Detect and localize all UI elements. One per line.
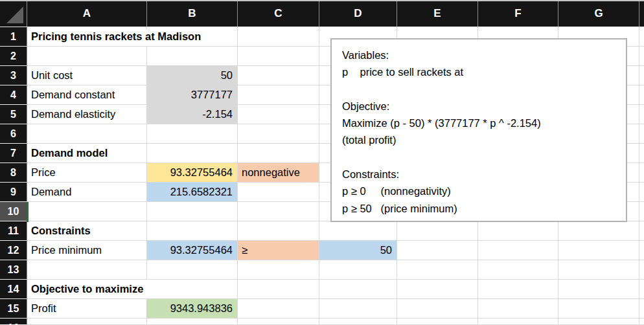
row-header-5[interactable]: 5 — [0, 105, 27, 124]
empty-cell[interactable] — [319, 319, 397, 325]
empty-cell[interactable] — [639, 66, 644, 85]
empty-cell[interactable] — [397, 299, 478, 319]
row-header-15[interactable]: 15 — [0, 299, 27, 319]
cell-b15[interactable]: 9343.943836 — [147, 299, 238, 319]
empty-cell[interactable] — [147, 202, 238, 221]
empty-cell[interactable] — [27, 260, 147, 280]
row-header-11[interactable]: 11 — [0, 221, 27, 241]
empty-cell[interactable] — [27, 319, 147, 325]
empty-cell[interactable] — [639, 299, 644, 319]
empty-cell[interactable] — [639, 202, 644, 221]
empty-cell[interactable] — [27, 124, 147, 144]
empty-cell[interactable] — [238, 85, 319, 105]
empty-cell[interactable] — [147, 47, 238, 66]
empty-cell[interactable] — [558, 221, 639, 241]
row-header-14[interactable]: 14 — [0, 280, 27, 299]
empty-cell[interactable] — [558, 319, 639, 325]
empty-cell[interactable] — [147, 319, 238, 325]
empty-cell[interactable] — [639, 163, 644, 183]
empty-cell[interactable] — [147, 124, 238, 144]
cell-b9[interactable]: 215.6582321 — [147, 183, 238, 202]
empty-cell[interactable] — [238, 105, 319, 124]
empty-cell[interactable] — [639, 85, 644, 105]
cell-b3[interactable]: 50 — [147, 66, 238, 85]
row-header-6[interactable]: 6 — [0, 124, 27, 144]
empty-cell[interactable] — [639, 260, 644, 280]
cell-a7[interactable]: Demand model — [27, 144, 147, 163]
row-header-8[interactable]: 8 — [0, 163, 27, 183]
cell-c12[interactable]: ≥ — [238, 241, 319, 260]
empty-cell[interactable] — [478, 280, 558, 299]
empty-cell[interactable] — [639, 47, 644, 66]
empty-cell[interactable] — [147, 144, 238, 163]
empty-cell[interactable] — [238, 124, 319, 144]
cell-c8[interactable]: nonnegative — [238, 163, 319, 183]
empty-cell[interactable] — [238, 66, 319, 85]
empty-cell[interactable] — [639, 221, 644, 241]
empty-cell[interactable] — [639, 183, 644, 202]
empty-cell[interactable] — [478, 221, 558, 241]
empty-cell[interactable] — [238, 299, 319, 319]
empty-cell[interactable] — [639, 124, 644, 144]
row-header-13[interactable]: 13 — [0, 260, 27, 280]
empty-cell[interactable] — [147, 221, 238, 241]
empty-cell[interactable] — [238, 221, 319, 241]
cell-b5[interactable]: -2.154 — [147, 105, 238, 124]
row-header-9[interactable]: 9 — [0, 183, 27, 202]
col-header-e[interactable]: E — [397, 0, 478, 27]
cell-a15[interactable]: Profit — [27, 299, 147, 319]
empty-cell[interactable] — [319, 280, 397, 299]
row-header-3[interactable]: 3 — [0, 66, 27, 85]
empty-cell[interactable] — [238, 202, 319, 221]
select-all-corner[interactable] — [0, 0, 27, 27]
cell-a12[interactable]: Price minimum — [27, 241, 147, 260]
empty-cell[interactable] — [558, 260, 639, 280]
empty-cell[interactable] — [558, 241, 639, 260]
empty-cell[interactable] — [397, 260, 478, 280]
empty-cell[interactable] — [639, 27, 644, 47]
empty-cell[interactable] — [478, 260, 558, 280]
empty-cell[interactable] — [319, 299, 397, 319]
empty-cell[interactable] — [397, 319, 478, 325]
empty-cell[interactable] — [639, 319, 644, 325]
row-header-4[interactable]: 4 — [0, 85, 27, 105]
cell-a9[interactable]: Demand — [27, 183, 147, 202]
cell-a4[interactable]: Demand constant — [27, 85, 147, 105]
empty-cell[interactable] — [639, 144, 644, 163]
cell-a1[interactable]: Pricing tennis rackets at Madison — [27, 27, 238, 47]
empty-cell[interactable] — [558, 299, 639, 319]
empty-cell[interactable] — [397, 280, 478, 299]
empty-cell[interactable] — [238, 183, 319, 202]
row-header-10[interactable]: 10 — [0, 202, 27, 221]
row-header-1[interactable]: 1 — [0, 27, 27, 47]
empty-cell[interactable] — [639, 241, 644, 260]
cell-d12[interactable]: 50 — [319, 241, 397, 260]
empty-cell[interactable] — [319, 260, 397, 280]
col-header-a[interactable]: A — [27, 0, 147, 27]
empty-cell[interactable] — [238, 144, 319, 163]
cell-b4[interactable]: 3777177 — [147, 85, 238, 105]
empty-cell[interactable] — [238, 260, 319, 280]
row-header-16[interactable]: 16 — [0, 319, 27, 325]
row-header-2[interactable]: 2 — [0, 47, 27, 66]
cell-b8[interactable]: 93.32755464 — [147, 163, 238, 183]
empty-cell[interactable] — [27, 47, 147, 66]
cell-a5[interactable]: Demand elasticity — [27, 105, 147, 124]
empty-cell[interactable] — [558, 280, 639, 299]
cell-a3[interactable]: Unit cost — [27, 66, 147, 85]
empty-cell[interactable] — [147, 260, 238, 280]
empty-cell[interactable] — [238, 280, 319, 299]
active-cell-a10[interactable] — [27, 202, 147, 221]
empty-cell[interactable] — [639, 105, 644, 124]
cell-b12[interactable]: 93.32755464 — [147, 241, 238, 260]
empty-cell[interactable] — [639, 280, 644, 299]
cell-a11[interactable]: Constraints — [27, 221, 147, 241]
cell-a14[interactable]: Objective to maximize — [27, 280, 238, 299]
empty-cell[interactable] — [397, 241, 478, 260]
empty-cell[interactable] — [319, 221, 397, 241]
empty-cell[interactable] — [478, 241, 558, 260]
model-description-textbox[interactable]: Variables: p price to sell rackets at Ob… — [330, 38, 627, 222]
empty-cell[interactable] — [397, 221, 478, 241]
col-header-f[interactable]: F — [478, 0, 558, 27]
empty-cell[interactable] — [238, 47, 319, 66]
